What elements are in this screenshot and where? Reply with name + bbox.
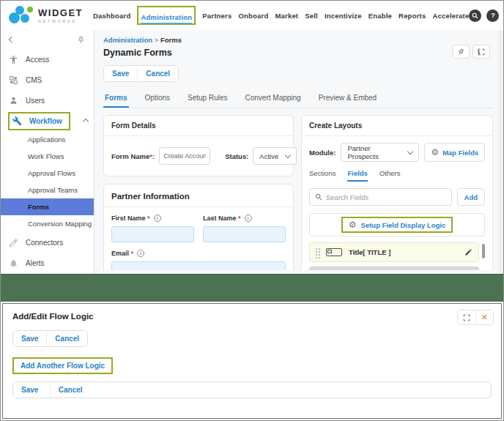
expand-view-button[interactable] bbox=[472, 45, 490, 59]
page-scrollbar-track[interactable] bbox=[499, 30, 503, 274]
last-name-input[interactable] bbox=[203, 226, 286, 242]
dialog-save-button-2[interactable]: Save bbox=[13, 382, 46, 398]
breadcrumb-administration-link[interactable]: Administration bbox=[103, 36, 152, 44]
add-another-flow-logic-label: Add Another Flow Logic bbox=[21, 362, 105, 370]
chevron-up-icon bbox=[83, 119, 89, 124]
chevron-down-icon bbox=[285, 152, 291, 158]
tab-forms[interactable]: Forms bbox=[103, 91, 129, 108]
info-icon[interactable]: i bbox=[245, 215, 252, 222]
nav-item-administration[interactable]: Administration bbox=[141, 13, 192, 24]
tab-options[interactable]: Options bbox=[144, 91, 171, 108]
sidebar-item-applications[interactable]: Applications bbox=[1, 131, 94, 148]
nav-item-dashboard[interactable]: Dashboard bbox=[93, 12, 130, 20]
map-fields-button[interactable]: ⚙ Map Fields bbox=[424, 143, 485, 162]
sidebar-item-workflow[interactable]: Workflow bbox=[1, 111, 94, 131]
sidebar-pin-button[interactable] bbox=[77, 36, 85, 44]
brand-tagline: NETWORKS bbox=[38, 20, 83, 23]
save-button[interactable]: Save bbox=[104, 66, 137, 81]
sidebar-label-connectors: Connectors bbox=[26, 239, 63, 247]
app-logo[interactable]: WIDGET NETWORKS bbox=[8, 4, 83, 26]
dialog-expand-button[interactable] bbox=[458, 310, 475, 324]
pin-icon bbox=[456, 47, 466, 57]
first-name-input[interactable] bbox=[111, 226, 194, 242]
tab-sections[interactable]: Sections bbox=[309, 169, 336, 182]
cancel-button[interactable]: Cancel bbox=[137, 66, 178, 81]
module-select[interactable]: Partner Prospects bbox=[341, 143, 419, 162]
form-details-card: Form Details Form Name*: Status: Active bbox=[103, 115, 294, 176]
sidebar-label-cms: CMS bbox=[26, 76, 42, 84]
sidebar-item-work-flows[interactable]: Work Flows bbox=[1, 148, 94, 165]
field-row-email[interactable]: Email[ EMAIL1 ] bbox=[309, 267, 479, 270]
breadcrumb-separator: > bbox=[155, 36, 159, 44]
flow-logic-dialog: Add/Edit Flow Logic ✕ Save Cancel Add An… bbox=[2, 303, 502, 419]
connectors-icon bbox=[8, 237, 19, 248]
partner-information-card: Partner Information First Name * i bbox=[103, 184, 294, 270]
dialog-close-button[interactable]: ✕ bbox=[475, 310, 493, 324]
drag-handle-icon[interactable] bbox=[316, 248, 317, 250]
dialog-cancel-button[interactable]: Cancel bbox=[46, 331, 87, 346]
sidebar-item-access[interactable]: Access bbox=[1, 49, 94, 70]
breadcrumb: Administration > Forms bbox=[103, 36, 493, 44]
tab-convert-mapping[interactable]: Convert Mapping bbox=[244, 91, 303, 108]
divider-band bbox=[1, 274, 503, 302]
dialog-save-button[interactable]: Save bbox=[13, 331, 46, 346]
sidebar-item-cms[interactable]: CMS bbox=[1, 70, 94, 90]
map-fields-gear-icon: ⚙ bbox=[431, 148, 439, 157]
status-select[interactable]: Active bbox=[253, 147, 297, 165]
status-label: Status: bbox=[225, 152, 248, 160]
sidebar-collapse-button[interactable] bbox=[9, 37, 15, 42]
sidebar-item-connectors[interactable]: Connectors bbox=[1, 232, 94, 253]
logo-dots-icon bbox=[8, 4, 33, 26]
sidebar-item-users[interactable]: Users bbox=[1, 90, 94, 111]
sidebar-item-forms[interactable]: Forms bbox=[1, 198, 94, 215]
sidebar-item-alerts[interactable]: Alerts bbox=[1, 253, 94, 273]
search-fields-input[interactable] bbox=[326, 193, 446, 201]
nav-item-reports[interactable]: Reports bbox=[399, 12, 426, 20]
nav-item-market[interactable]: Market bbox=[275, 12, 298, 20]
search-button[interactable] bbox=[469, 10, 481, 22]
tab-fields[interactable]: Fields bbox=[347, 169, 367, 182]
tab-others[interactable]: Others bbox=[379, 169, 401, 182]
setup-field-display-logic-row: ⚙ Setup Field Display Logic bbox=[309, 213, 485, 236]
tab-setup-rules[interactable]: Setup Rules bbox=[186, 91, 229, 108]
sidebar-item-approval-teams[interactable]: Approval Teams bbox=[1, 182, 94, 198]
users-icon bbox=[8, 95, 19, 106]
workflow-wrench-icon bbox=[12, 116, 23, 127]
field-row-title[interactable]: Title[ TITLE ] bbox=[309, 242, 479, 262]
nav-item-onboard[interactable]: Onboard bbox=[238, 12, 268, 20]
info-icon[interactable]: i bbox=[154, 215, 161, 222]
add-another-flow-logic-link[interactable]: Add Another Flow Logic bbox=[12, 357, 113, 374]
breadcrumb-current: Forms bbox=[160, 36, 182, 44]
nav-item-accelerate[interactable]: Accelerate bbox=[432, 12, 469, 20]
nav-item-enable[interactable]: Enable bbox=[368, 12, 392, 20]
add-field-button[interactable]: Add bbox=[457, 188, 485, 206]
dialog-cancel-button-2[interactable]: Cancel bbox=[50, 382, 91, 398]
sidebar-item-conversion-mapping[interactable]: Conversion Mapping bbox=[1, 215, 94, 232]
pin-view-button[interactable] bbox=[452, 45, 470, 59]
email-input[interactable] bbox=[111, 261, 286, 270]
sidebar-label-conversion-mapping: Conversion Mapping bbox=[28, 220, 92, 228]
nav-item-sell[interactable]: Sell bbox=[305, 12, 318, 20]
alerts-icon bbox=[8, 258, 19, 269]
page-action-group: Save Cancel bbox=[103, 65, 179, 82]
main-nav: Dashboard Administration Partners Onboar… bbox=[93, 6, 469, 25]
tab-preview-embed[interactable]: Preview & Embed bbox=[317, 91, 378, 108]
top-navigation-bar: WIDGET NETWORKS Dashboard Administration… bbox=[1, 1, 503, 30]
module-value: Partner Prospects bbox=[347, 144, 401, 160]
setup-field-display-logic-link[interactable]: ⚙ Setup Field Display Logic bbox=[341, 217, 453, 233]
info-icon[interactable]: i bbox=[137, 250, 144, 257]
search-fields-box bbox=[309, 188, 452, 206]
nav-item-partners[interactable]: Partners bbox=[202, 12, 231, 20]
fields-list-scrollbar[interactable] bbox=[482, 244, 485, 258]
edit-field-button[interactable] bbox=[464, 248, 472, 256]
form-name-input[interactable] bbox=[159, 147, 210, 165]
sidebar-label-workflow: Workflow bbox=[29, 117, 62, 125]
last-name-label: Last Name * bbox=[203, 215, 241, 222]
sidebar-item-approval-flows[interactable]: Approval Flows bbox=[1, 165, 94, 182]
close-icon: ✕ bbox=[481, 313, 488, 321]
help-button[interactable]: ? bbox=[486, 10, 499, 22]
pencil-icon bbox=[464, 248, 472, 256]
nav-item-incentivize[interactable]: Incentivize bbox=[325, 12, 362, 20]
chevron-down-icon bbox=[407, 149, 413, 154]
annotation-box-administration: Administration bbox=[137, 6, 196, 25]
